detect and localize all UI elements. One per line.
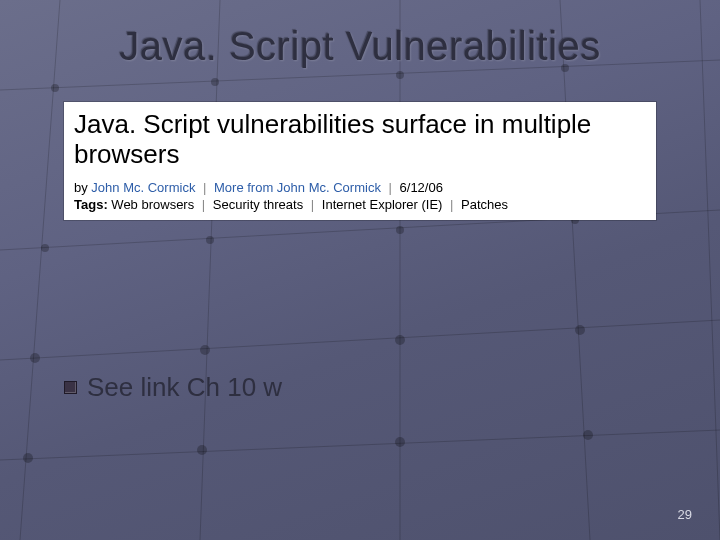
article-headline: Java. Script vulnerabilities surface in … [74, 110, 646, 170]
separator: | [450, 197, 453, 212]
separator: | [389, 180, 392, 195]
bullet-text: See link Ch 10 w [87, 372, 282, 403]
svg-line-5 [200, 0, 220, 540]
background-grid [0, 0, 720, 540]
svg-line-3 [0, 430, 720, 460]
svg-point-24 [583, 430, 593, 440]
svg-point-13 [41, 244, 49, 252]
separator: | [203, 180, 206, 195]
svg-point-20 [575, 325, 585, 335]
separator: | [311, 197, 314, 212]
article-date: 6/12/06 [400, 180, 443, 195]
separator: | [202, 197, 205, 212]
tag[interactable]: Security threats [213, 197, 303, 212]
tags-label: Tags: [74, 197, 108, 212]
svg-point-22 [197, 445, 207, 455]
article-byline: by John Mc. Cormick | More from John Mc.… [74, 180, 646, 195]
svg-point-10 [211, 78, 219, 86]
article-tags: Tags: Web browsers | Security threats | … [74, 197, 646, 212]
svg-point-9 [51, 84, 59, 92]
slide: Java. Script Vulnerabilities Java. Scrip… [0, 0, 720, 540]
tag[interactable]: Patches [461, 197, 508, 212]
slide-title: Java. Script Vulnerabilities [0, 24, 720, 69]
svg-point-17 [30, 353, 40, 363]
svg-line-7 [560, 0, 590, 540]
svg-point-18 [200, 345, 210, 355]
svg-point-19 [395, 335, 405, 345]
more-from-link[interactable]: More from John Mc. Cormick [214, 180, 381, 195]
bullet-item: See link Ch 10 w [64, 372, 282, 403]
svg-line-8 [700, 0, 720, 540]
square-bullet-icon [64, 381, 77, 394]
author-link[interactable]: John Mc. Cormick [91, 180, 195, 195]
page-number: 29 [678, 507, 692, 522]
svg-point-23 [395, 437, 405, 447]
tag[interactable]: Web browsers [111, 197, 194, 212]
svg-point-14 [206, 236, 214, 244]
svg-point-21 [23, 453, 33, 463]
by-label: by [74, 180, 88, 195]
svg-point-15 [396, 226, 404, 234]
tag[interactable]: Internet Explorer (IE) [322, 197, 443, 212]
article-clipping: Java. Script vulnerabilities surface in … [64, 102, 656, 220]
svg-line-2 [0, 320, 720, 360]
svg-point-11 [396, 71, 404, 79]
svg-line-4 [20, 0, 60, 540]
